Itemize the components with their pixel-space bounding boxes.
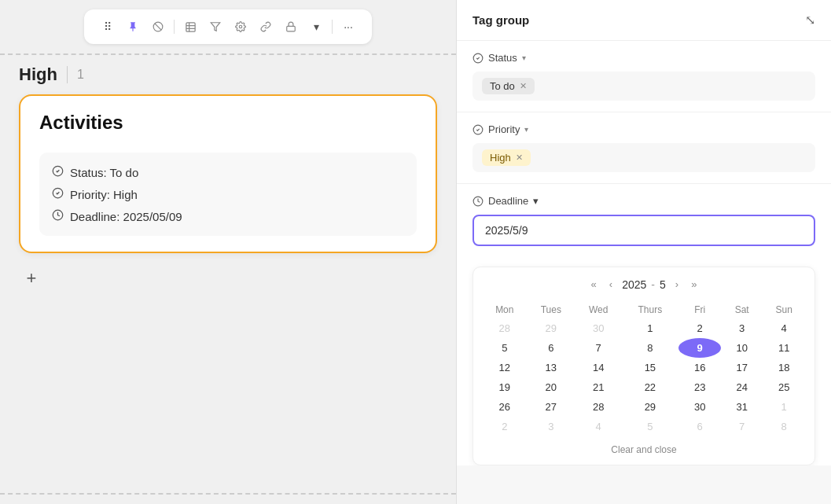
priority-filter-text: Priority: [488, 123, 520, 135]
cal-day[interactable]: 16: [678, 358, 721, 377]
clear-and-close-button[interactable]: Clear and close: [483, 444, 805, 455]
status-filter-section: Status ▾ To do ✕: [457, 41, 831, 112]
cal-day[interactable]: 18: [763, 358, 805, 377]
group-title: High: [19, 64, 57, 85]
cal-day[interactable]: 6: [527, 338, 575, 358]
cal-month: 5: [660, 278, 666, 291]
link-icon[interactable]: [255, 16, 277, 38]
toolbar: ⠿ ▾ ···: [84, 9, 372, 44]
cal-next-month-button[interactable]: ›: [672, 277, 682, 292]
cal-prev-month-button[interactable]: ‹: [606, 277, 616, 292]
priority-filter-label[interactable]: Priority ▾: [472, 123, 815, 135]
cal-day[interactable]: 26: [483, 397, 527, 417]
svg-rect-2: [186, 22, 194, 31]
cal-day[interactable]: 12: [483, 358, 527, 377]
cal-day[interactable]: 9: [678, 338, 721, 358]
cal-day[interactable]: 5: [621, 417, 678, 436]
table-icon[interactable]: [179, 16, 201, 38]
cal-day[interactable]: 10: [721, 338, 763, 358]
cal-day[interactable]: 4: [575, 417, 621, 436]
separator-top: [0, 53, 456, 55]
priority-label: Priority: High: [70, 188, 138, 201]
deadline-row: Deadline: 2025/05/09: [52, 209, 404, 223]
priority-tag-label: High: [490, 152, 511, 164]
forbidden-icon[interactable]: [147, 16, 169, 38]
status-tag-label: To do: [490, 80, 515, 92]
gear-icon[interactable]: [230, 16, 252, 38]
cal-day[interactable]: 11: [763, 338, 805, 358]
priority-tag: High ✕: [482, 149, 531, 166]
cal-grid: Mon Tues Wed Thurs Fri Sat Sun 282930123…: [483, 301, 805, 436]
divider-2: [332, 20, 333, 34]
priority-row: Priority: High: [52, 187, 404, 201]
dropdown-icon[interactable]: ▾: [305, 16, 327, 38]
cal-day[interactable]: 25: [763, 377, 805, 397]
cal-day[interactable]: 2: [678, 318, 721, 338]
left-panel: ⠿ ▾ ··· High 1 Activi: [0, 0, 456, 504]
cal-day[interactable]: 30: [678, 397, 721, 417]
cal-day[interactable]: 3: [527, 417, 575, 436]
task-card[interactable]: Activities Status: To do Priority: High: [19, 94, 437, 253]
cal-prev-year-button[interactable]: «: [588, 277, 600, 292]
collapse-icon[interactable]: ⤡: [805, 13, 815, 28]
cal-day[interactable]: 31: [721, 397, 763, 417]
cal-day[interactable]: 29: [527, 318, 575, 338]
cal-day[interactable]: 28: [575, 397, 621, 417]
deadline-input[interactable]: [472, 215, 815, 246]
card-container: Activities Status: To do Priority: High: [0, 94, 456, 253]
cal-day[interactable]: 5: [483, 338, 527, 358]
deadline-filter-label[interactable]: Deadline ▾: [472, 195, 815, 207]
cal-day[interactable]: 20: [527, 377, 575, 397]
priority-tag-close[interactable]: ✕: [516, 153, 523, 163]
filter-icon[interactable]: [204, 16, 226, 38]
col-wed: Wed: [575, 301, 621, 318]
cal-nav: « ‹ 2025 - 5 › »: [483, 277, 805, 292]
cal-day[interactable]: 21: [575, 377, 621, 397]
cal-day[interactable]: 2: [483, 417, 527, 436]
svg-marker-6: [211, 23, 220, 31]
drag-icon[interactable]: ⠿: [97, 16, 119, 38]
cal-day[interactable]: 1: [763, 397, 805, 417]
cal-day[interactable]: 4: [763, 318, 805, 338]
more-icon[interactable]: ···: [337, 16, 359, 38]
col-thurs: Thurs: [621, 301, 678, 318]
svg-rect-8: [287, 26, 296, 31]
cal-day[interactable]: 15: [621, 358, 678, 377]
cal-day[interactable]: 1: [621, 318, 678, 338]
cal-day[interactable]: 30: [575, 318, 621, 338]
cal-day[interactable]: 28: [483, 318, 527, 338]
svg-line-1: [155, 24, 161, 30]
lock-icon[interactable]: [280, 16, 302, 38]
pin-icon[interactable]: [122, 16, 144, 38]
add-card-button[interactable]: +: [19, 266, 44, 291]
cal-day[interactable]: 6: [678, 417, 721, 436]
right-bottom-area: [457, 465, 831, 504]
cal-day[interactable]: 23: [678, 377, 721, 397]
cal-day[interactable]: 8: [621, 338, 678, 358]
status-tag-close[interactable]: ✕: [520, 81, 527, 91]
status-row: Status: To do: [52, 165, 404, 179]
status-filter-label[interactable]: Status ▾: [472, 52, 815, 64]
cal-day[interactable]: 22: [621, 377, 678, 397]
cal-day[interactable]: 29: [621, 397, 678, 417]
cal-day[interactable]: 24: [721, 377, 763, 397]
cal-day[interactable]: 8: [763, 417, 805, 436]
card-details: Status: To do Priority: High Deadline: 2…: [39, 153, 417, 236]
cal-next-year-button[interactable]: »: [688, 277, 700, 292]
priority-icon: [52, 187, 64, 201]
priority-chevron-icon: ▾: [524, 125, 528, 134]
cal-week-0: 2829301234: [483, 318, 805, 338]
calendar: « ‹ 2025 - 5 › » Mon Tues Wed Thurs Fri …: [472, 267, 815, 465]
cal-day[interactable]: 7: [721, 417, 763, 436]
cal-day[interactable]: 19: [483, 377, 527, 397]
priority-tag-row: High ✕: [472, 143, 815, 172]
cal-day[interactable]: 3: [721, 318, 763, 338]
cal-day[interactable]: 7: [575, 338, 621, 358]
svg-point-7: [239, 25, 242, 28]
card-title: Activities: [39, 112, 417, 134]
cal-day[interactable]: 13: [527, 358, 575, 377]
cal-separator: -: [651, 278, 655, 291]
cal-day[interactable]: 14: [575, 358, 621, 377]
cal-day[interactable]: 17: [721, 358, 763, 377]
cal-day[interactable]: 27: [527, 397, 575, 417]
